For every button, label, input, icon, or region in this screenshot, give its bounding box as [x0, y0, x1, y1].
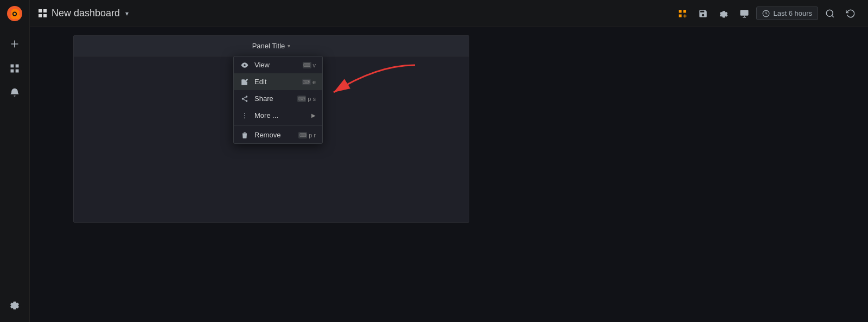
header: New dashboard ▾: [30, 0, 868, 27]
tv-mode-button[interactable]: [736, 5, 753, 22]
menu-item-view-label: View: [254, 61, 297, 69]
panel-title-caret: ▾: [288, 43, 290, 49]
search-button[interactable]: [821, 5, 839, 22]
keyboard-icon: ⌨: [297, 96, 306, 102]
svg-rect-8: [684, 10, 686, 12]
main-content: New dashboard ▾: [30, 0, 868, 322]
sidebar-nav: [0, 31, 29, 105]
svg-rect-7: [679, 10, 682, 12]
menu-item-remove-label: Remove: [254, 131, 293, 139]
more-icon: [240, 112, 249, 119]
svg-rect-10: [741, 10, 749, 16]
dashboard-grid-icon: [39, 9, 47, 18]
edit-icon: [240, 78, 249, 86]
svg-point-23: [244, 115, 245, 116]
remove-icon: [240, 131, 249, 139]
svg-point-19: [246, 100, 248, 102]
time-picker-label: Last 6 hours: [773, 9, 812, 17]
view-icon: [240, 61, 249, 69]
keyboard-icon: ⌨: [302, 79, 311, 85]
header-actions: Last 6 hours: [674, 5, 859, 22]
keyboard-icon: ⌨: [298, 132, 307, 138]
svg-line-21: [244, 97, 246, 98]
menu-item-edit-shortcut: ⌨ e: [302, 79, 316, 85]
menu-item-share[interactable]: Share ⌨ p s: [234, 90, 322, 107]
svg-point-16: [244, 64, 246, 66]
clock-icon: [762, 10, 770, 17]
save-dashboard-button[interactable]: [694, 5, 712, 22]
sidebar-item-dashboards[interactable]: [0, 56, 30, 80]
svg-point-24: [244, 117, 245, 118]
svg-rect-3: [11, 64, 14, 67]
svg-point-14: [826, 10, 833, 16]
svg-rect-9: [679, 14, 682, 17]
dashboard-canvas: Panel Title ▾ View ⌨ v: [30, 27, 868, 322]
sidebar-item-alerts[interactable]: [0, 80, 30, 105]
panel-title: Panel Title ▾: [252, 42, 291, 50]
dashboard-title-text: New dashboard: [52, 8, 120, 19]
time-picker[interactable]: Last 6 hours: [756, 7, 818, 20]
svg-point-22: [244, 113, 245, 114]
svg-point-18: [242, 98, 244, 100]
menu-item-share-label: Share: [254, 94, 292, 103]
grafana-logo-button[interactable]: [0, 0, 30, 27]
menu-item-remove[interactable]: Remove ⌨ p r: [234, 127, 322, 143]
menu-item-view[interactable]: View ⌨ v: [234, 56, 322, 73]
panel-title-text: Panel Title: [252, 42, 285, 50]
svg-point-2: [14, 13, 16, 15]
sidebar-bottom: [0, 292, 29, 317]
svg-line-20: [244, 99, 246, 100]
panel-header[interactable]: Panel Title ▾: [74, 36, 469, 56]
svg-rect-6: [16, 69, 19, 72]
menu-item-share-shortcut: ⌨ p s: [297, 96, 316, 102]
menu-item-view-shortcut: ⌨ v: [303, 62, 316, 68]
menu-item-edit-label: Edit: [254, 78, 297, 86]
svg-rect-5: [11, 69, 14, 72]
svg-line-15: [832, 15, 833, 17]
menu-item-remove-shortcut: ⌨ p r: [298, 132, 316, 138]
sidebar-item-add[interactable]: [0, 31, 30, 56]
sidebar: [0, 0, 30, 322]
context-menu: View ⌨ v Edit ⌨ e: [233, 56, 323, 144]
menu-item-more-label: More ...: [254, 111, 306, 119]
keyboard-icon: ⌨: [303, 62, 311, 68]
refresh-button[interactable]: [842, 5, 859, 22]
svg-point-17: [246, 96, 248, 98]
menu-divider: [234, 125, 322, 125]
more-arrow-icon: ▶: [311, 112, 316, 118]
add-panel-button[interactable]: [674, 5, 691, 22]
dashboard-settings-button[interactable]: [715, 5, 732, 22]
dashboard-title[interactable]: New dashboard ▾: [39, 8, 129, 19]
menu-item-more[interactable]: More ... ▶: [234, 107, 322, 124]
sidebar-item-settings[interactable]: [0, 292, 30, 317]
dashboard-title-chevron: ▾: [125, 10, 129, 17]
share-icon: [240, 95, 249, 103]
menu-item-edit[interactable]: Edit ⌨ e: [234, 73, 322, 90]
svg-rect-4: [16, 64, 19, 67]
